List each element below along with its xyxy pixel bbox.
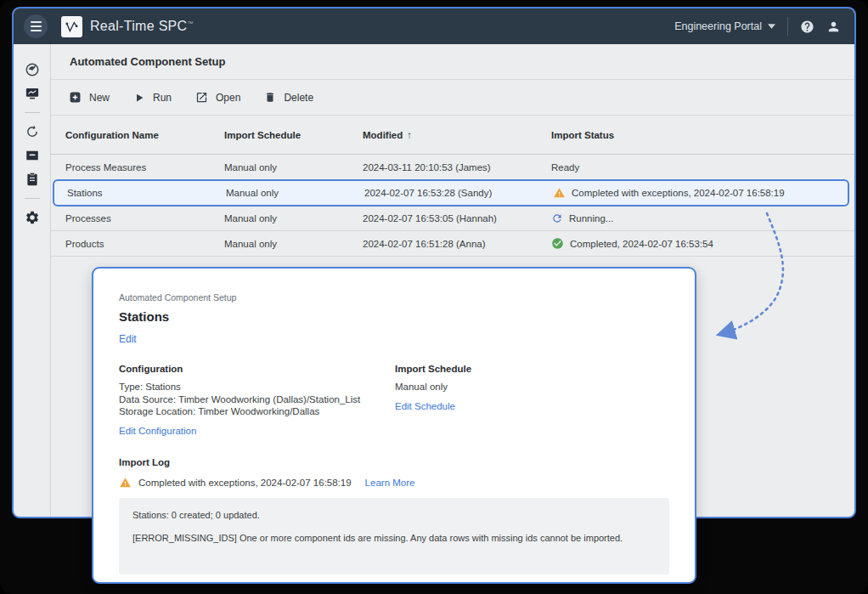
- sidebar-item-storage[interactable]: [20, 144, 45, 167]
- sidebar-divider: [25, 112, 40, 113]
- col-configuration-name[interactable]: Configuration Name: [65, 130, 224, 140]
- table-header: Configuration Name Import Schedule Modif…: [51, 116, 854, 155]
- log-line: Stations: 0 created; 0 updated.: [132, 510, 656, 520]
- col-import-status[interactable]: Import Status: [551, 130, 854, 140]
- trash-icon: [264, 91, 276, 104]
- import-schedule-section: Import Schedule Manual only Edit Schedul…: [395, 364, 471, 438]
- gear-icon: [25, 210, 40, 225]
- help-icon: [800, 20, 814, 34]
- appbar-divider: [787, 17, 788, 36]
- page-title-bar: Automated Component Setup: [51, 44, 854, 80]
- status-text: Completed with exceptions, 2024-02-07 16…: [572, 188, 785, 198]
- config-data-source: Data Source: Timber Woodworking (Dallas)…: [119, 393, 395, 406]
- open-external-icon: [195, 91, 208, 104]
- sidebar-item-sync[interactable]: [20, 120, 45, 144]
- learn-more-link[interactable]: Learn More: [365, 478, 415, 488]
- app-logo-icon: [61, 16, 82, 37]
- status-text: Ready: [551, 162, 579, 173]
- chevron-down-icon: [768, 24, 775, 29]
- sidebar-item-clipboard[interactable]: [20, 167, 45, 191]
- sidebar-item-dashboard[interactable]: [20, 58, 45, 82]
- play-icon: [133, 92, 145, 104]
- panel-breadcrumb: Automated Component Setup: [119, 292, 669, 303]
- sidebar-item-settings[interactable]: [20, 206, 45, 229]
- status-text: Completed, 2024-02-07 16:53:54: [570, 239, 713, 249]
- sync-icon: [25, 124, 40, 139]
- portal-selector[interactable]: Engineering Portal: [674, 20, 775, 32]
- import-schedule-heading: Import Schedule: [395, 364, 471, 374]
- check-circle-icon: [551, 237, 564, 250]
- panel-title: Stations: [119, 309, 669, 324]
- col-modified[interactable]: Modified↑: [363, 130, 551, 140]
- edit-schedule-link[interactable]: Edit Schedule: [395, 401, 455, 411]
- edit-link[interactable]: Edit: [119, 333, 137, 345]
- hamburger-icon: [31, 21, 42, 23]
- sort-asc-icon: ↑: [407, 130, 412, 140]
- schedule-value: Manual only: [395, 381, 471, 393]
- gauge-icon: [25, 62, 40, 77]
- col-import-schedule[interactable]: Import Schedule: [224, 130, 363, 140]
- open-button[interactable]: Open: [195, 91, 240, 104]
- import-log-heading: Import Log: [119, 457, 669, 467]
- configuration-heading: Configuration: [119, 364, 395, 374]
- delete-button[interactable]: Delete: [264, 91, 313, 104]
- sidebar-divider: [25, 198, 40, 199]
- table-row-selected[interactable]: Stations Manual only 2024-02-07 16:53:28…: [53, 179, 849, 206]
- user-icon: [826, 20, 841, 34]
- storage-box-icon: [25, 148, 40, 163]
- toolbar: New Run Open: [51, 80, 854, 116]
- import-log-box: Stations: 0 created; 0 updated. [ERROR_M…: [119, 498, 669, 574]
- new-button[interactable]: New: [69, 91, 110, 104]
- warning-icon: [553, 187, 566, 199]
- config-storage-location: Storage Location: Timber Woodworking/Dal…: [119, 405, 395, 418]
- user-button[interactable]: [826, 20, 841, 34]
- table-row[interactable]: Products Manual only 2024-02-07 16:51:28…: [51, 231, 854, 257]
- log-line: [ERROR_MISSING_IDS] One or more componen…: [132, 533, 656, 543]
- configuration-section: Configuration Type: Stations Data Source…: [119, 364, 395, 438]
- sidebar: [14, 44, 51, 517]
- sidebar-item-monitor[interactable]: [20, 82, 45, 105]
- panel-columns: Configuration Type: Stations Data Source…: [119, 364, 669, 438]
- status-text: Running...: [569, 213, 613, 223]
- table-row[interactable]: Process Measures Manual only 2024-03-11 …: [51, 155, 854, 180]
- detail-panel: Automated Component Setup Stations Edit …: [92, 267, 696, 584]
- menu-button[interactable]: [24, 14, 48, 38]
- appbar-right: Engineering Portal: [674, 17, 841, 36]
- warning-icon: [119, 477, 132, 489]
- app-bar: Real-Time SPC™ Engineering Portal: [14, 8, 854, 44]
- table-row[interactable]: Processes Manual only 2024-02-07 16:53:0…: [51, 206, 854, 231]
- plus-square-icon: [69, 91, 82, 104]
- page-title: Automated Component Setup: [70, 55, 225, 68]
- import-log-status: Completed with exceptions, 2024-02-07 16…: [119, 477, 669, 489]
- brand-title: Real-Time SPC™: [90, 19, 194, 34]
- clipboard-icon: [25, 172, 40, 187]
- status-text: Completed with exceptions, 2024-02-07 16…: [138, 478, 352, 488]
- edit-configuration-link[interactable]: Edit Configuration: [119, 426, 196, 436]
- help-button[interactable]: [800, 20, 814, 34]
- run-button[interactable]: Run: [133, 92, 172, 104]
- config-type: Type: Stations: [119, 381, 395, 393]
- screenshot-frame: Real-Time SPC™ Engineering Portal: [0, 0, 868, 594]
- monitor-chart-icon: [25, 86, 40, 101]
- refresh-running-icon: [551, 212, 563, 224]
